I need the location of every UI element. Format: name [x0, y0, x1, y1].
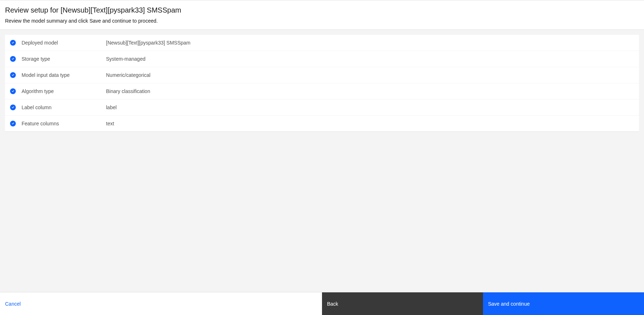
summary-label: Feature columns: [22, 121, 106, 126]
summary-label: Algorithm type: [22, 88, 106, 94]
summary-label: Label column: [22, 105, 106, 110]
summary-list: Deployed model [Newsub][Text][pyspark33]…: [5, 35, 639, 132]
page-subtitle: Review the model summary and click Save …: [5, 18, 639, 24]
summary-row-deployed-model: Deployed model [Newsub][Text][pyspark33]…: [5, 35, 639, 51]
summary-row-label-column: Label column label: [5, 99, 639, 116]
summary-value: Numeric/categorical: [106, 72, 151, 78]
summary-label: Deployed model: [22, 40, 106, 46]
page-title: Review setup for [Newsub][Text][pyspark3…: [5, 6, 639, 14]
back-button[interactable]: Back: [322, 292, 483, 315]
summary-value: System-managed: [106, 56, 146, 62]
save-and-continue-button[interactable]: Save and continue: [483, 292, 644, 315]
checkmark-filled-icon: [10, 88, 16, 94]
checkmark-filled-icon: [10, 40, 16, 46]
content-area: Deployed model [Newsub][Text][pyspark33]…: [0, 30, 644, 292]
summary-row-input-data-type: Model input data type Numeric/categorica…: [5, 67, 639, 83]
checkmark-filled-icon: [10, 56, 16, 62]
footer-left: Cancel: [0, 292, 322, 315]
cancel-button[interactable]: Cancel: [5, 301, 21, 307]
summary-label: Storage type: [22, 56, 106, 62]
summary-value: text: [106, 121, 114, 126]
summary-label: Model input data type: [22, 72, 106, 78]
summary-row-storage-type: Storage type System-managed: [5, 51, 639, 67]
page-header: Review setup for [Newsub][Text][pyspark3…: [0, 0, 644, 30]
summary-value: Binary classification: [106, 88, 150, 94]
checkmark-filled-icon: [10, 72, 16, 78]
summary-value: label: [106, 105, 117, 110]
summary-row-feature-columns: Feature columns text: [5, 116, 639, 132]
footer-bar: Cancel Back Save and continue: [0, 292, 644, 315]
summary-value: [Newsub][Text][pyspark33] SMSSpam: [106, 40, 190, 46]
footer-right: Back Save and continue: [322, 292, 644, 315]
summary-row-algorithm-type: Algorithm type Binary classification: [5, 83, 639, 99]
checkmark-filled-icon: [10, 121, 16, 126]
checkmark-filled-icon: [10, 105, 16, 110]
